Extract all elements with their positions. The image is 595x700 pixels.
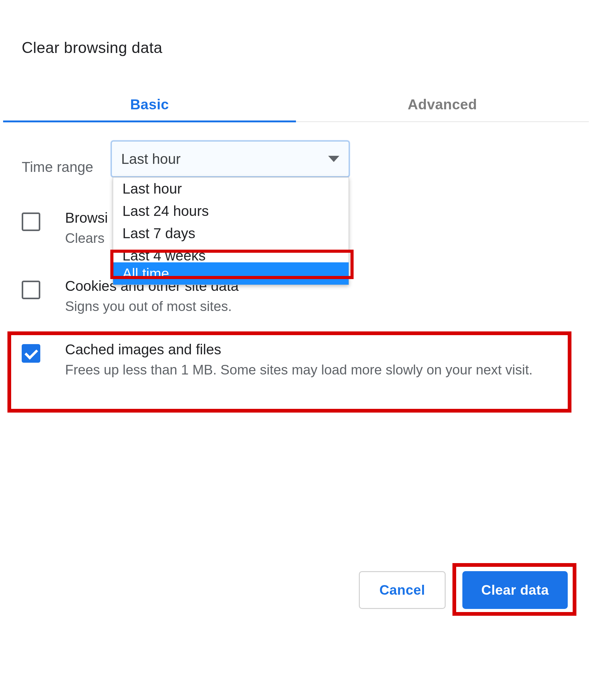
- tabs-bar: Basic Advanced: [3, 87, 589, 122]
- chevron-down-icon: [328, 156, 339, 162]
- dropdown-item-last-4-weeks[interactable]: Last 4 weeks: [113, 244, 349, 262]
- tab-active-indicator: [3, 120, 296, 122]
- checkbox-cached[interactable]: [22, 344, 40, 363]
- time-range-selected-value: Last hour: [121, 150, 328, 167]
- time-range-select[interactable]: Last hour: [111, 141, 349, 177]
- tab-advanced[interactable]: Advanced: [296, 87, 589, 121]
- option-cookies-desc: Signs you out of most sites.: [65, 296, 238, 317]
- option-cached: Cached images and files Frees up less th…: [22, 339, 570, 380]
- clear-data-button[interactable]: Clear data: [462, 571, 568, 609]
- option-cached-text: Cached images and files Frees up less th…: [65, 339, 533, 380]
- dropdown-item-all-time[interactable]: All time: [113, 262, 349, 285]
- option-browsing-history-text: Browsi Clears: [65, 207, 108, 249]
- dropdown-item-last-7-days[interactable]: Last 7 days: [113, 222, 349, 244]
- canvas: Clear browsing data Basic Advanced Time …: [0, 0, 595, 700]
- tab-basic[interactable]: Basic: [3, 87, 296, 121]
- checkbox-browsing-history[interactable]: [22, 212, 40, 231]
- dropdown-item-last-hour[interactable]: Last hour: [113, 177, 349, 200]
- checkbox-cookies[interactable]: [22, 281, 40, 299]
- option-cached-desc: Frees up less than 1 MB. Some sites may …: [65, 359, 533, 380]
- option-cached-title: Cached images and files: [65, 339, 533, 359]
- clear-browsing-data-dialog: Clear browsing data Basic Advanced Time …: [3, 3, 589, 697]
- dropdown-item-last-24-hours[interactable]: Last 24 hours: [113, 200, 349, 222]
- time-range-label: Time range: [22, 158, 93, 175]
- dialog-title: Clear browsing data: [22, 39, 162, 57]
- cancel-button[interactable]: Cancel: [359, 571, 446, 609]
- time-range-dropdown: Last hour Last 24 hours Last 7 days Last…: [113, 177, 349, 285]
- option-browsing-history-title: Browsi: [65, 207, 108, 228]
- option-browsing-history-desc: Clears: [65, 228, 108, 249]
- dialog-actions: Cancel Clear data: [359, 570, 573, 610]
